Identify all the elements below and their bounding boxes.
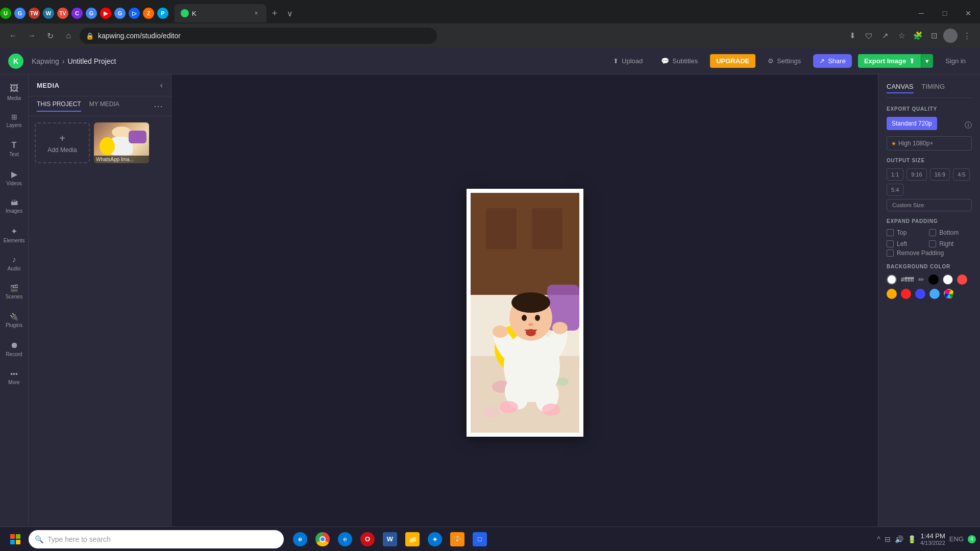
bookmark-icon[interactable]: ☆ [894,29,909,43]
padding-bottom[interactable]: Bottom [929,229,967,236]
remove-padding-button[interactable]: Remove Padding [887,249,972,257]
color-orange[interactable] [887,289,897,299]
shield-icon[interactable]: 🛡 [862,29,876,43]
color-lightblue[interactable] [929,289,940,299]
tray-battery[interactable]: 🔋 [908,535,916,543]
sidebar-item-audio[interactable]: ♪ Audio [2,250,27,277]
media-thumbnail-0[interactable]: WhatsApp Ima... [94,122,149,163]
share-icon[interactable]: ↗ [878,29,892,43]
padding-top-checkbox[interactable] [887,229,894,236]
favicon-upwork[interactable]: U [0,8,11,19]
taskbar-app9[interactable]: □ [470,529,490,549]
favicon-google2[interactable]: G [86,8,97,19]
sidebar-item-elements[interactable]: ✦ Elements [2,221,27,248]
color-white-active[interactable] [887,274,897,285]
favicon-taskvid[interactable]: TV [57,8,68,19]
sidebar-item-scenes[interactable]: 🎬 Scenes [2,279,27,305]
sidebar-item-record[interactable]: ⏺ Record [2,336,27,362]
taskbar-paint[interactable]: 🎨 [447,529,468,549]
home-button[interactable]: ⌂ [61,29,76,43]
taskbar-search[interactable]: 🔍 Type here to search [29,530,284,548]
export-quality-info[interactable]: ⓘ [965,121,972,130]
taskbar-edge[interactable]: e [335,529,355,549]
sidebar-item-plugins[interactable]: 🔌 Plugins [2,307,27,334]
taskbar-ie[interactable]: e [290,529,310,549]
color-black[interactable] [928,274,939,285]
export-dropdown-button[interactable]: ▾ [921,54,933,68]
padding-top[interactable]: Top [887,229,925,236]
favicon-pipefy[interactable]: ▷ [129,8,140,19]
size-5-4[interactable]: 5:4 [887,184,903,196]
signin-button[interactable]: Sign in [939,54,972,68]
padding-left[interactable]: Left [887,240,925,247]
active-tab-kapwing[interactable]: K × [175,4,266,22]
project-name[interactable]: Untitled Project [67,57,116,65]
sidebar-item-text[interactable]: T Text [2,136,27,162]
padding-right[interactable]: Right [929,240,967,247]
favicon-google1[interactable]: G [14,8,26,19]
padding-right-checkbox[interactable] [929,240,936,247]
add-media-button[interactable]: + Add Media [35,122,90,163]
color-white2[interactable] [943,274,953,285]
address-bar[interactable]: 🔒 kapwing.com/studio/editor [80,28,437,44]
sidebar-item-layers[interactable]: ⊞ Layers [2,107,27,134]
eyedropper-icon[interactable]: ✏ [918,276,924,284]
media-tab-more-button[interactable]: ⋯ [154,101,163,112]
color-blue[interactable] [915,289,925,299]
new-tab-button[interactable]: + [266,5,283,21]
media-panel-collapse-button[interactable]: ‹ [160,81,163,90]
favicon-google3[interactable]: G [114,8,126,19]
taskbar-time[interactable]: 1:44 PM 4/13/2022 [920,532,945,546]
refresh-button[interactable]: ↻ [43,29,57,43]
taskbar-files[interactable]: 📁 [402,529,423,549]
menu-icon[interactable]: ⋮ [960,29,974,43]
maximize-button[interactable]: □ [933,4,957,22]
taskbar-app7[interactable]: ◈ [425,529,445,549]
taskbar-chrome[interactable] [312,529,333,549]
close-button[interactable]: ✕ [957,4,980,22]
taskbar-word[interactable]: W [380,529,400,549]
size-9-16[interactable]: 9:16 [906,168,926,181]
export-image-button[interactable]: Export Image ⬆ [858,54,921,68]
tray-chevron[interactable]: ^ [877,535,880,543]
remove-padding-checkbox[interactable] [887,249,894,257]
favicon-wordpress[interactable]: W [43,8,54,19]
favicon-pandadoc[interactable]: P [157,8,168,19]
tab-overflow-down[interactable]: ∨ [287,9,293,18]
sidebar-item-media[interactable]: 🖼 Media [2,79,27,105]
back-button[interactable]: ← [6,29,20,43]
quality-standard-button[interactable]: Standard 720p [887,117,937,130]
sidebar-item-more[interactable]: ••• More [2,364,27,391]
share-button[interactable]: ↗ Share [813,54,852,68]
size-4-5[interactable]: 4:5 [953,168,970,181]
extensions-icon[interactable]: 🧩 [911,29,925,43]
panel-tab-canvas[interactable]: CANVAS [887,83,914,93]
profile-avatar[interactable] [943,29,958,43]
app-name[interactable]: Kapwing [32,57,59,65]
start-button[interactable] [4,528,27,550]
subtitles-button[interactable]: 💬 Subtitles [655,54,704,68]
color-red[interactable] [957,274,967,285]
favicon-canva[interactable]: C [71,8,83,19]
taskbar-opera[interactable]: O [357,529,378,549]
media-tab-this-project[interactable]: THIS PROJECT [37,101,81,112]
notification-badge[interactable]: 4 [968,535,976,543]
quality-high-button[interactable]: ★ High 1080p+ [887,136,972,151]
custom-size-button[interactable]: Custom Size [887,199,972,211]
tray-network[interactable]: ⊟ [885,535,891,543]
sidebar-item-videos[interactable]: ▶ Videos [2,164,27,191]
tab-close-button[interactable]: × [252,9,260,17]
size-16-9[interactable]: 16:9 [930,168,950,181]
color-red2[interactable] [901,289,911,299]
tray-volume[interactable]: 🔊 [895,535,903,543]
favicon-zapramp[interactable]: Z [143,8,154,19]
media-tab-my-media[interactable]: MY MEDIA [89,101,119,112]
panel-tab-timing[interactable]: TIMING [922,83,945,93]
forward-button[interactable]: → [24,29,39,43]
settings-button[interactable]: ⚙ Settings [762,54,807,68]
favicon-taskhero[interactable]: TW [29,8,40,19]
sidebar-item-images[interactable]: 🏔 Images [2,193,27,219]
minimize-button[interactable]: ─ [910,4,933,22]
canvas-area[interactable] [172,74,878,551]
size-1-1[interactable]: 1:1 [887,168,903,181]
